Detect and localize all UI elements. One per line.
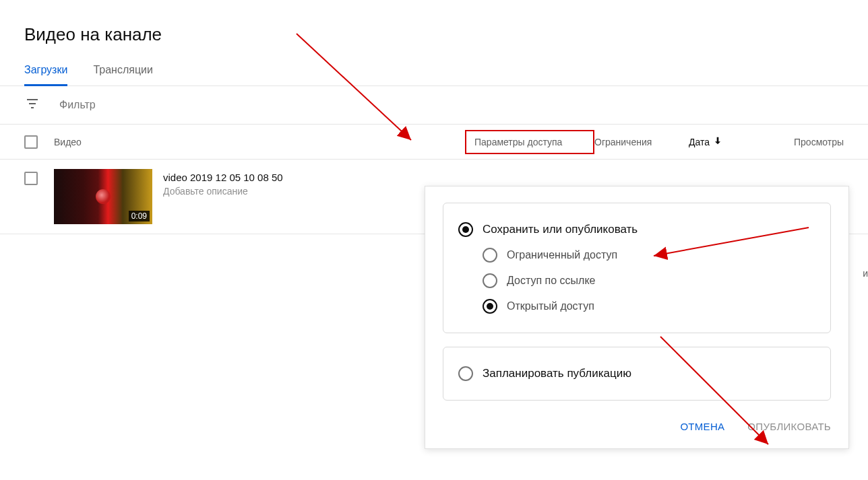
option-public[interactable]: Открытый доступ xyxy=(458,294,815,319)
visibility-popup: Сохранить или опубликовать Ограниченный … xyxy=(425,186,849,449)
publish-button[interactable]: ОПУБЛИКОВАТЬ xyxy=(747,421,831,432)
arrow-down-icon xyxy=(712,135,723,148)
radio-icon xyxy=(483,248,497,263)
option-unlisted[interactable]: Доступ по ссылке xyxy=(458,268,815,294)
popup-actions: ОТМЕНА ОПУБЛИКОВАТЬ xyxy=(443,414,831,432)
visibility-option-group: Сохранить или опубликовать Ограниченный … xyxy=(443,203,831,333)
tab-uploads[interactable]: Загрузки xyxy=(24,64,67,85)
column-header-visibility[interactable]: Параметры доступа xyxy=(474,137,585,147)
annotation-highlight-box: Параметры доступа xyxy=(465,130,594,154)
cancel-button[interactable]: ОТМЕНА xyxy=(680,421,724,432)
option-label: Доступ по ссылке xyxy=(507,275,595,287)
radio-icon xyxy=(458,366,473,381)
row-checkbox[interactable] xyxy=(24,172,38,185)
option-save-or-publish[interactable]: Сохранить или опубликовать xyxy=(458,217,815,242)
radio-icon xyxy=(483,299,497,314)
page-title: Видео на канале xyxy=(0,0,868,45)
option-label: Ограниченный доступ xyxy=(507,249,617,261)
video-description-placeholder[interactable]: Добавьте описание xyxy=(163,186,283,197)
video-thumbnail[interactable]: 0:09 xyxy=(54,169,152,224)
schedule-option-group: Запланировать публикацию xyxy=(443,347,831,401)
radio-icon xyxy=(483,273,497,288)
option-label: Сохранить или опубликовать xyxy=(483,223,638,236)
column-header-date[interactable]: Дата xyxy=(689,135,770,148)
thumbnail-graphic xyxy=(96,189,111,204)
option-label: Запланировать публикацию xyxy=(483,367,631,380)
option-label: Открытый доступ xyxy=(507,300,594,312)
filter-row xyxy=(0,86,868,125)
video-title[interactable]: video 2019 12 05 10 08 50 xyxy=(163,172,283,183)
video-duration: 0:09 xyxy=(129,211,150,221)
videos-table-header: Видео Параметры доступа Ограничения Дата… xyxy=(0,125,868,160)
truncated-text: и xyxy=(863,268,868,279)
option-private[interactable]: Ограниченный доступ xyxy=(458,242,815,268)
filter-icon[interactable] xyxy=(24,96,40,114)
tab-live[interactable]: Трансляции xyxy=(93,64,153,85)
filter-input[interactable] xyxy=(59,99,844,111)
column-header-video[interactable]: Видео xyxy=(54,137,473,147)
column-header-restrictions[interactable]: Ограничения xyxy=(594,137,689,147)
option-schedule[interactable]: Запланировать публикацию xyxy=(458,361,815,386)
column-header-views[interactable]: Просмотры xyxy=(770,137,844,147)
radio-icon xyxy=(458,222,473,237)
tabs-bar: Загрузки Трансляции xyxy=(0,45,868,86)
column-header-date-label: Дата xyxy=(689,137,710,147)
select-all-checkbox[interactable] xyxy=(24,135,38,149)
